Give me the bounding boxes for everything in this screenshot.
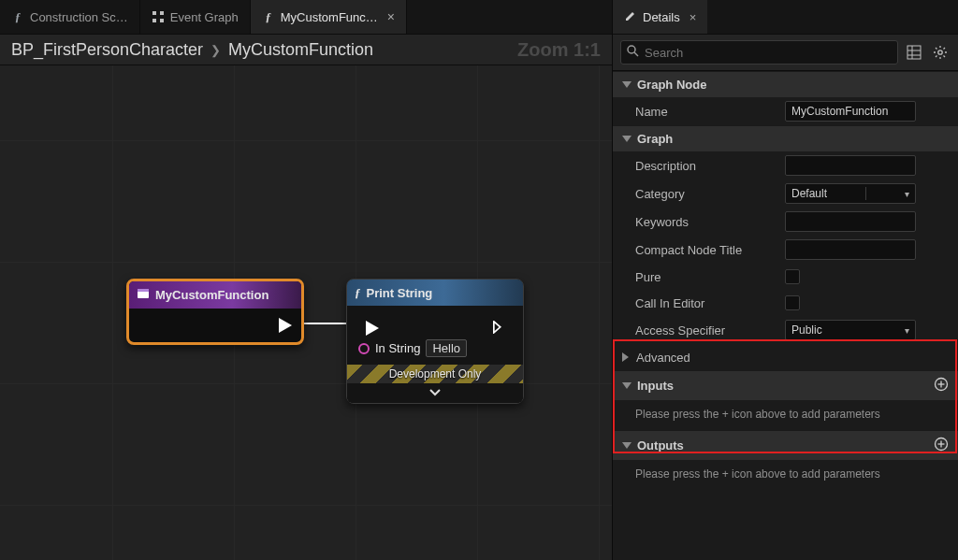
svg-line-18 (944, 56, 946, 58)
tab-bar: ƒ Construction Sc… Event Graph ƒ MyCusto… (0, 0, 612, 34)
chevron-down-icon (622, 136, 631, 142)
node-function-entry[interactable]: MyCustomFunction (126, 279, 304, 345)
app-root: ƒ Construction Sc… Event Graph ƒ MyCusto… (0, 0, 958, 560)
tab-label: Details (643, 10, 680, 24)
tab-label: Event Graph (170, 10, 239, 24)
chevron-down-icon (622, 81, 631, 88)
pure-checkbox[interactable] (785, 269, 800, 284)
chevron-right-icon: ❯ (210, 43, 221, 57)
function-entry-icon (137, 287, 150, 303)
svg-rect-8 (907, 46, 921, 59)
property-label: Compact Node Title (635, 243, 785, 257)
details-body: Graph Node Name Graph Description Catego… (613, 71, 958, 560)
function-icon: ƒ (355, 285, 361, 300)
keywords-input[interactable] (785, 211, 916, 232)
svg-line-20 (944, 48, 946, 50)
tab-event-graph[interactable]: Event Graph (140, 0, 251, 34)
property-label: Access Specifier (635, 323, 785, 337)
svg-line-17 (936, 48, 937, 50)
svg-rect-1 (160, 11, 164, 15)
section-title: Inputs (637, 379, 674, 393)
name-input[interactable] (785, 101, 916, 122)
details-tab-bar: Details × (613, 0, 958, 34)
tab-label: Construction Sc… (30, 10, 128, 24)
add-input-button[interactable] (934, 377, 949, 395)
node-body (129, 309, 301, 342)
section-header-graph-node[interactable]: Graph Node (613, 71, 958, 97)
property-row-advanced[interactable]: Advanced (613, 344, 958, 370)
property-label: Keywords (635, 215, 785, 229)
search-input[interactable] (645, 46, 892, 60)
gear-icon[interactable] (930, 42, 951, 63)
section-header-inputs[interactable]: Inputs (613, 370, 958, 400)
add-output-button[interactable] (934, 437, 949, 454)
property-label: Category (635, 187, 785, 201)
property-row-call-in-editor: Call In Editor (613, 290, 958, 316)
svg-point-12 (938, 50, 942, 54)
edit-icon (624, 9, 637, 25)
property-label: Name (635, 105, 785, 119)
node-title: Print String (367, 286, 433, 300)
section-title: Graph Node (637, 78, 706, 92)
node-title: MyCustomFunction (155, 288, 269, 302)
section-header-outputs[interactable]: Outputs (613, 430, 958, 460)
node-body: In String Hello (347, 306, 523, 365)
breadcrumb-root[interactable]: BP_FirstPersonCharacter (11, 40, 203, 60)
svg-rect-2 (152, 19, 156, 22)
tab-label: MyCustomFunc… (281, 10, 378, 24)
function-icon: ƒ (262, 10, 275, 23)
call-in-editor-checkbox[interactable] (785, 295, 800, 310)
svg-line-19 (936, 56, 937, 58)
section-title: Graph (637, 132, 673, 146)
tab-details[interactable]: Details × (613, 0, 707, 34)
exec-input-pin[interactable] (366, 321, 379, 336)
exec-output-pin[interactable] (279, 318, 292, 333)
category-dropdown[interactable]: Default ▾ (785, 183, 916, 204)
details-panel: Details × Graph Node (612, 0, 958, 560)
property-label: Advanced (636, 351, 786, 365)
event-graph-icon (152, 10, 165, 23)
property-label: Description (635, 159, 785, 173)
pin-default-value[interactable]: Hello (426, 339, 467, 357)
property-row-name: Name (613, 97, 958, 125)
breadcrumb-leaf[interactable]: MyCustomFunction (228, 40, 373, 60)
compact-title-input[interactable] (785, 239, 916, 260)
search-icon (627, 45, 639, 60)
chevron-down-icon (622, 442, 631, 449)
breadcrumb: BP_FirstPersonCharacter ❯ MyCustomFuncti… (0, 34, 612, 65)
search-box[interactable] (620, 40, 898, 65)
graph-panel: ƒ Construction Sc… Event Graph ƒ MyCusto… (0, 0, 612, 560)
close-icon[interactable]: × (689, 10, 697, 24)
tab-mycustomfunction[interactable]: ƒ MyCustomFunc… × (251, 0, 407, 34)
chevron-down-icon: ▾ (905, 325, 909, 336)
tab-construction-script[interactable]: ƒ Construction Sc… (0, 0, 140, 34)
node-header[interactable]: ƒ Print String (347, 280, 523, 306)
property-matrix-icon[interactable] (904, 42, 924, 63)
expand-node-chevron[interactable] (347, 383, 523, 403)
property-row-category: Category Default ▾ (613, 179, 958, 208)
property-label: Call In Editor (635, 296, 785, 310)
svg-line-7 (634, 52, 638, 56)
chevron-right-icon (622, 352, 629, 362)
function-icon: ƒ (11, 10, 24, 23)
exec-output-pin[interactable] (493, 321, 504, 334)
close-icon[interactable]: × (387, 9, 395, 24)
string-input-pin[interactable] (358, 343, 370, 354)
svg-rect-3 (160, 19, 164, 22)
svg-rect-0 (152, 11, 156, 15)
property-row-compact-title: Compact Node Title (613, 236, 958, 264)
property-row-pure: Pure (613, 264, 958, 290)
section-header-graph[interactable]: Graph (613, 125, 958, 151)
description-input[interactable] (785, 155, 916, 176)
access-specifier-dropdown[interactable]: Public ▾ (785, 320, 916, 340)
pin-label: In String (375, 341, 420, 355)
graph-canvas[interactable]: MyCustomFunction ƒ Print String (0, 65, 612, 560)
node-header[interactable]: MyCustomFunction (129, 281, 301, 309)
node-print-string[interactable]: ƒ Print String In String Hello (346, 279, 524, 404)
dropdown-value: Default (791, 187, 827, 200)
property-row-keywords: Keywords (613, 208, 958, 236)
details-toolbar (613, 34, 958, 71)
development-only-stripe: Development Only (347, 365, 523, 383)
section-title: Outputs (637, 438, 684, 452)
dropdown-value: Public (791, 323, 822, 337)
